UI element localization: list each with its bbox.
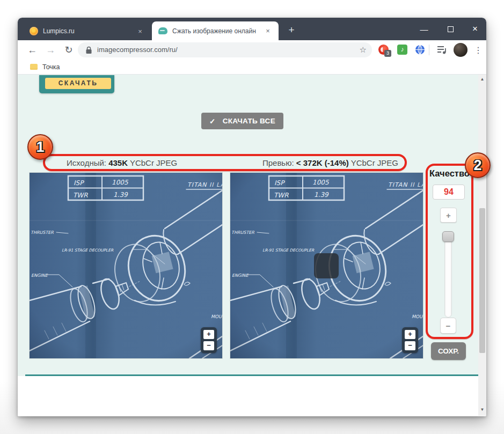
image-card-footer: СКАЧАТЬ — [39, 75, 114, 93]
bookmark-item[interactable]: Точка — [42, 60, 60, 75]
quality-slider-thumb[interactable] — [442, 231, 454, 242]
quality-value-input[interactable] — [433, 185, 465, 200]
lumpics-favicon — [30, 27, 38, 35]
tab-label: Lumpics.ru — [43, 27, 136, 35]
site-favicon — [158, 27, 167, 34]
close-window-button[interactable]: × — [468, 23, 482, 35]
media-playlist-icon[interactable] — [436, 45, 447, 55]
section-divider — [25, 374, 478, 376]
right-image-zoom-control: + − — [402, 327, 418, 353]
extension-badge: 3 — [384, 50, 391, 57]
scroll-down-icon[interactable]: ▼ — [478, 406, 486, 414]
preview-size-value: < 372K (-14%) — [296, 158, 349, 167]
quality-decrease-button[interactable]: − — [440, 318, 456, 334]
zoom-in-button[interactable]: + — [405, 330, 415, 339]
left-image-zoom-control: + − — [201, 327, 217, 353]
scrollbar-thumb[interactable] — [479, 208, 485, 353]
zoom-out-button[interactable]: − — [203, 341, 214, 350]
toolbar-separator — [429, 45, 429, 55]
tab-lumpics[interactable]: Lumpics.ru × — [24, 22, 150, 40]
quality-increase-button[interactable]: + — [440, 208, 457, 223]
screenshot-root: Lumpics.ru × Сжать изображение онлайн × … — [0, 0, 504, 434]
new-tab-button[interactable]: + — [285, 24, 298, 36]
zoom-in-button[interactable]: + — [203, 330, 214, 339]
back-icon[interactable]: ← — [25, 43, 39, 57]
browser-menu-icon[interactable]: ⋮ — [474, 45, 483, 56]
original-size-value: 435K — [108, 158, 128, 167]
zoom-out-button[interactable]: − — [405, 341, 415, 350]
page-scrollbar[interactable]: ▲ ▼ — [478, 75, 486, 416]
tab-image-compressor[interactable]: Сжать изображение онлайн × — [152, 21, 279, 40]
tab-label: Сжать изображение онлайн — [172, 27, 264, 35]
extension-globe-icon[interactable] — [415, 45, 425, 55]
browser-window: Lumpics.ru × Сжать изображение онлайн × … — [18, 18, 486, 416]
bookmarks-bar: Точка — [18, 60, 486, 75]
scroll-up-icon[interactable]: ▲ — [478, 76, 486, 83]
download-button[interactable]: СКАЧАТЬ — [45, 78, 111, 89]
download-all-button[interactable]: ✓ СКАЧАТЬ ВСЕ — [201, 113, 283, 129]
maximize-icon — [448, 26, 454, 32]
page-footer-area — [18, 376, 486, 416]
callout-badge-1: 1 — [27, 134, 53, 160]
browser-titlebar: Lumpics.ru × Сжать изображение онлайн × … — [18, 18, 486, 40]
tab-close-icon[interactable]: × — [136, 27, 144, 35]
lock-icon — [85, 46, 92, 54]
address-bar[interactable]: imagecompressor.com/ru/ ☆ — [78, 42, 372, 57]
extension-music-icon[interactable]: ♪ — [397, 45, 407, 55]
size-info-bar: Исходный: 435K YCbCr JPEG Превью: < 372K… — [43, 154, 407, 171]
check-icon: ✓ — [209, 117, 216, 126]
url-text[interactable]: imagecompressor.com/ru/ — [97, 42, 178, 57]
original-size-text: Исходный: 435K YCbCr JPEG — [67, 158, 177, 167]
cursor-overlay-square — [314, 253, 339, 278]
tab-close-icon[interactable]: × — [264, 27, 272, 35]
download-all-label: СКАЧАТЬ ВСЕ — [223, 117, 275, 125]
reload-icon[interactable]: ↻ — [62, 43, 76, 57]
profile-avatar[interactable] — [454, 43, 468, 57]
quality-slider-track[interactable] — [444, 232, 452, 318]
preview-size-text: Превью: < 372K (-14%) YCbCr JPEG — [262, 158, 398, 167]
save-button[interactable]: СОХР. — [431, 342, 466, 360]
forward-icon[interactable]: → — [43, 43, 57, 57]
minimize-button[interactable]: — — [417, 23, 431, 35]
bookmark-folder-icon — [30, 64, 38, 70]
browser-toolbar: ← → ↻ imagecompressor.com/ru/ ☆ 3 ♪ — [18, 40, 486, 60]
callout-badge-2: 2 — [465, 152, 491, 178]
bookmark-star-icon[interactable]: ☆ — [360, 42, 367, 57]
maximize-button[interactable] — [443, 23, 457, 35]
original-image-preview[interactable] — [30, 173, 222, 358]
